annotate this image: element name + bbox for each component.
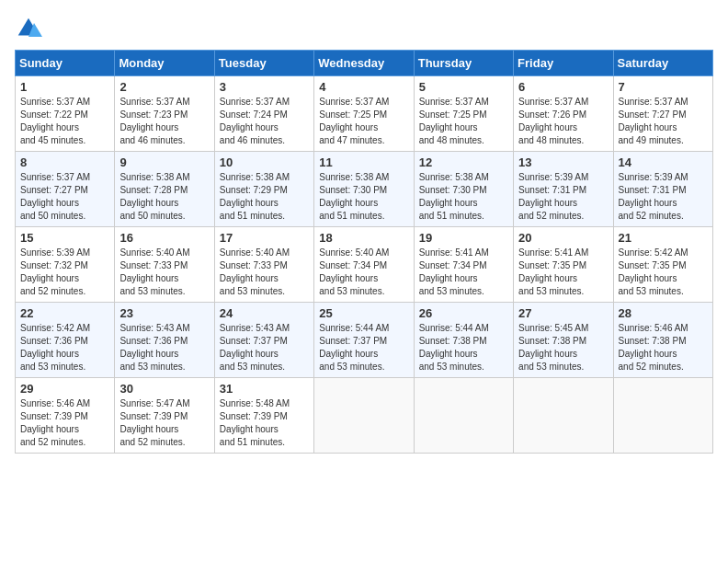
day-number: 19 [419, 231, 508, 245]
day-number: 23 [119, 306, 209, 320]
calendar-cell [613, 378, 712, 454]
day-info: Sunrise: 5:40 AM Sunset: 7:34 PM Dayligh… [319, 247, 408, 298]
day-number: 3 [220, 80, 309, 94]
day-info: Sunrise: 5:37 AM Sunset: 7:25 PM Dayligh… [319, 96, 408, 147]
calendar-week-4: 22 Sunrise: 5:42 AM Sunset: 7:36 PM Dayl… [16, 303, 713, 378]
calendar-cell: 27 Sunrise: 5:45 AM Sunset: 7:38 PM Dayl… [514, 303, 613, 378]
calendar-week-3: 15 Sunrise: 5:39 AM Sunset: 7:32 PM Dayl… [16, 227, 713, 303]
day-info: Sunrise: 5:37 AM Sunset: 7:25 PM Dayligh… [419, 96, 508, 147]
calendar-cell: 23 Sunrise: 5:43 AM Sunset: 7:36 PM Dayl… [115, 303, 214, 378]
calendar-cell [314, 378, 414, 454]
day-info: Sunrise: 5:37 AM Sunset: 7:23 PM Dayligh… [119, 96, 209, 147]
day-number: 11 [319, 155, 408, 169]
day-number: 1 [20, 80, 109, 94]
calendar-cell: 26 Sunrise: 5:44 AM Sunset: 7:38 PM Dayl… [414, 303, 513, 378]
day-info: Sunrise: 5:37 AM Sunset: 7:27 PM Dayligh… [619, 96, 708, 147]
calendar-cell: 17 Sunrise: 5:40 AM Sunset: 7:33 PM Dayl… [214, 227, 313, 303]
day-number: 6 [518, 80, 608, 94]
day-info: Sunrise: 5:41 AM Sunset: 7:35 PM Dayligh… [518, 247, 608, 298]
day-info: Sunrise: 5:40 AM Sunset: 7:33 PM Dayligh… [220, 247, 309, 298]
day-number: 24 [220, 306, 309, 320]
calendar-header-row: SundayMondayTuesdayWednesdayThursdayFrid… [16, 51, 713, 76]
day-info: Sunrise: 5:47 AM Sunset: 7:39 PM Dayligh… [119, 397, 209, 449]
day-info: Sunrise: 5:44 AM Sunset: 7:37 PM Dayligh… [319, 322, 408, 373]
day-info: Sunrise: 5:38 AM Sunset: 7:29 PM Dayligh… [220, 171, 309, 223]
day-number: 30 [119, 382, 209, 396]
day-number: 16 [119, 231, 209, 245]
column-header-monday: Monday [115, 51, 214, 76]
calendar-cell [414, 378, 513, 454]
calendar-cell: 22 Sunrise: 5:42 AM Sunset: 7:36 PM Dayl… [16, 303, 115, 378]
calendar-cell: 5 Sunrise: 5:37 AM Sunset: 7:25 PM Dayli… [414, 76, 513, 152]
day-number: 27 [518, 306, 608, 320]
day-info: Sunrise: 5:37 AM Sunset: 7:22 PM Dayligh… [20, 96, 109, 147]
calendar-cell: 7 Sunrise: 5:37 AM Sunset: 7:27 PM Dayli… [613, 76, 712, 152]
calendar-cell: 31 Sunrise: 5:48 AM Sunset: 7:39 PM Dayl… [214, 378, 313, 454]
day-number: 29 [20, 382, 109, 396]
day-info: Sunrise: 5:38 AM Sunset: 7:28 PM Dayligh… [119, 171, 209, 223]
column-header-sunday: Sunday [16, 51, 115, 76]
page-header [15, 15, 713, 42]
day-number: 10 [220, 155, 309, 169]
logo [15, 15, 46, 42]
day-number: 2 [119, 80, 209, 94]
calendar-cell: 15 Sunrise: 5:39 AM Sunset: 7:32 PM Dayl… [16, 227, 115, 303]
day-info: Sunrise: 5:46 AM Sunset: 7:38 PM Dayligh… [619, 322, 708, 373]
calendar-cell: 19 Sunrise: 5:41 AM Sunset: 7:34 PM Dayl… [414, 227, 513, 303]
logo-icon [15, 15, 42, 42]
day-info: Sunrise: 5:39 AM Sunset: 7:31 PM Dayligh… [619, 171, 708, 223]
day-info: Sunrise: 5:43 AM Sunset: 7:36 PM Dayligh… [119, 322, 209, 373]
calendar-cell: 21 Sunrise: 5:42 AM Sunset: 7:35 PM Dayl… [613, 227, 712, 303]
day-number: 25 [319, 306, 408, 320]
calendar-cell: 29 Sunrise: 5:46 AM Sunset: 7:39 PM Dayl… [16, 378, 115, 454]
day-number: 5 [419, 80, 508, 94]
column-header-friday: Friday [514, 51, 613, 76]
calendar-week-2: 8 Sunrise: 5:37 AM Sunset: 7:27 PM Dayli… [16, 152, 713, 227]
calendar-cell: 16 Sunrise: 5:40 AM Sunset: 7:33 PM Dayl… [115, 227, 214, 303]
column-header-wednesday: Wednesday [314, 51, 414, 76]
day-info: Sunrise: 5:37 AM Sunset: 7:24 PM Dayligh… [220, 96, 309, 147]
day-info: Sunrise: 5:37 AM Sunset: 7:27 PM Dayligh… [20, 171, 109, 223]
day-info: Sunrise: 5:37 AM Sunset: 7:26 PM Dayligh… [518, 96, 608, 147]
calendar-cell: 11 Sunrise: 5:38 AM Sunset: 7:30 PM Dayl… [314, 152, 414, 227]
calendar-cell: 14 Sunrise: 5:39 AM Sunset: 7:31 PM Dayl… [613, 152, 712, 227]
day-number: 14 [619, 155, 708, 169]
calendar-cell: 12 Sunrise: 5:38 AM Sunset: 7:30 PM Dayl… [414, 152, 513, 227]
calendar-table: SundayMondayTuesdayWednesdayThursdayFrid… [15, 50, 713, 454]
day-number: 17 [220, 231, 309, 245]
day-number: 9 [119, 155, 209, 169]
day-number: 15 [20, 231, 109, 245]
day-number: 22 [20, 306, 109, 320]
day-number: 21 [619, 231, 708, 245]
calendar-cell: 28 Sunrise: 5:46 AM Sunset: 7:38 PM Dayl… [613, 303, 712, 378]
column-header-thursday: Thursday [414, 51, 513, 76]
day-number: 12 [419, 155, 508, 169]
calendar-cell: 2 Sunrise: 5:37 AM Sunset: 7:23 PM Dayli… [115, 76, 214, 152]
day-number: 26 [419, 306, 508, 320]
day-number: 7 [619, 80, 708, 94]
day-number: 18 [319, 231, 408, 245]
day-number: 8 [20, 155, 109, 169]
calendar-cell: 30 Sunrise: 5:47 AM Sunset: 7:39 PM Dayl… [115, 378, 214, 454]
calendar-cell [514, 378, 613, 454]
day-info: Sunrise: 5:38 AM Sunset: 7:30 PM Dayligh… [419, 171, 508, 223]
calendar-cell: 9 Sunrise: 5:38 AM Sunset: 7:28 PM Dayli… [115, 152, 214, 227]
day-info: Sunrise: 5:38 AM Sunset: 7:30 PM Dayligh… [319, 171, 408, 223]
day-info: Sunrise: 5:48 AM Sunset: 7:39 PM Dayligh… [220, 397, 309, 449]
day-info: Sunrise: 5:43 AM Sunset: 7:37 PM Dayligh… [220, 322, 309, 373]
day-info: Sunrise: 5:42 AM Sunset: 7:35 PM Dayligh… [619, 247, 708, 298]
day-info: Sunrise: 5:39 AM Sunset: 7:31 PM Dayligh… [518, 171, 608, 223]
calendar-week-5: 29 Sunrise: 5:46 AM Sunset: 7:39 PM Dayl… [16, 378, 713, 454]
day-info: Sunrise: 5:44 AM Sunset: 7:38 PM Dayligh… [419, 322, 508, 373]
day-info: Sunrise: 5:45 AM Sunset: 7:38 PM Dayligh… [518, 322, 608, 373]
column-header-tuesday: Tuesday [214, 51, 313, 76]
day-info: Sunrise: 5:41 AM Sunset: 7:34 PM Dayligh… [419, 247, 508, 298]
day-info: Sunrise: 5:40 AM Sunset: 7:33 PM Dayligh… [119, 247, 209, 298]
column-header-saturday: Saturday [613, 51, 712, 76]
calendar-cell: 4 Sunrise: 5:37 AM Sunset: 7:25 PM Dayli… [314, 76, 414, 152]
calendar-cell: 10 Sunrise: 5:38 AM Sunset: 7:29 PM Dayl… [214, 152, 313, 227]
day-info: Sunrise: 5:46 AM Sunset: 7:39 PM Dayligh… [20, 397, 109, 449]
day-number: 20 [518, 231, 608, 245]
calendar-cell: 18 Sunrise: 5:40 AM Sunset: 7:34 PM Dayl… [314, 227, 414, 303]
calendar-cell: 8 Sunrise: 5:37 AM Sunset: 7:27 PM Dayli… [16, 152, 115, 227]
